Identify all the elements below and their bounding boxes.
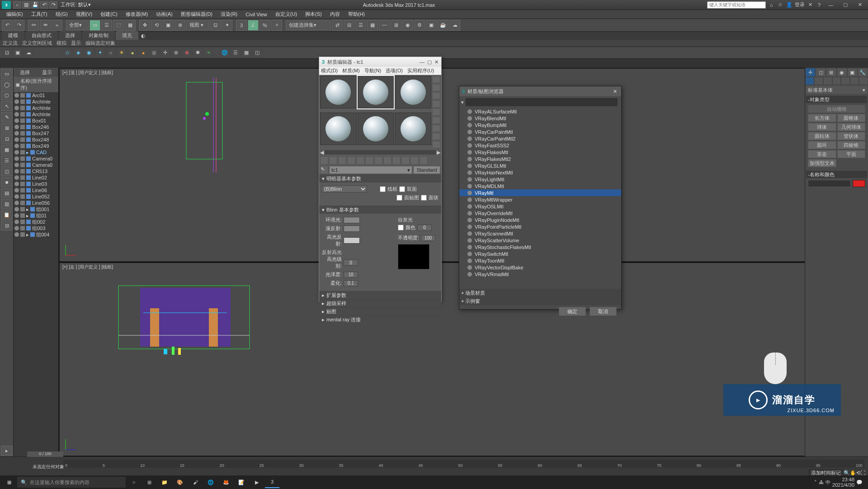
t2-18[interactable]: ◫ <box>252 48 262 58</box>
material-editor-window[interactable]: 3 材质编辑器 - tc1 — ▢ ✕ 模式(D) 材质(M) 导航(N) 选项… <box>319 56 442 302</box>
material-editor-titlebar[interactable]: 3 材质编辑器 - tc1 — ▢ ✕ <box>319 57 441 67</box>
cortana-icon[interactable]: ○ <box>127 476 141 488</box>
t2-1[interactable]: ◇ <box>62 48 72 58</box>
mtl-menu-nav[interactable]: 导航(N) <box>364 67 381 74</box>
facemap-checkbox[interactable] <box>396 195 402 201</box>
cloud-icon[interactable]: ☁ <box>24 48 33 58</box>
pivot-button[interactable]: ⊡ <box>210 20 221 31</box>
tab-freeform[interactable]: 自由形式 <box>25 31 58 40</box>
browser-item[interactable]: VRayScannedMtl <box>459 230 621 237</box>
browser-options-icon[interactable]: ▾ <box>461 99 464 105</box>
browser-item[interactable]: VRayCarPaintMtl2 <box>459 135 621 142</box>
browser-item[interactable]: VRayToonMtl <box>459 257 621 264</box>
scene-item[interactable]: ArchInte <box>14 99 58 105</box>
render-online-button[interactable]: ☁ <box>449 20 460 31</box>
menu-civil[interactable]: Civil View <box>242 11 270 18</box>
tab-selection[interactable]: 选择 <box>59 31 81 40</box>
material-slot[interactable] <box>320 113 357 145</box>
t2-11[interactable]: ⊛ <box>171 48 181 58</box>
browser-item[interactable]: VRayMtlWrapper <box>459 196 621 203</box>
snap-button[interactable]: 3 <box>236 20 247 31</box>
gloss-spinner[interactable]: 10 <box>344 272 358 278</box>
lt-i[interactable]: 📋 <box>1 210 13 220</box>
go-sibling-icon[interactable] <box>420 156 428 165</box>
browser-item[interactable]: VRaySwitchMtl <box>459 250 621 257</box>
scene-item[interactable]: Line056 <box>14 200 58 206</box>
primitive-button[interactable]: 圆柱体 <box>808 132 836 140</box>
lt-g[interactable]: ▤ <box>1 188 13 198</box>
lt-e[interactable]: ◫ <box>1 166 13 176</box>
browser-item[interactable]: VRayPluginNodeMtl <box>459 216 621 223</box>
autogrid-button[interactable]: 自动栅格 <box>808 105 865 113</box>
mtl-menu-mode[interactable]: 模式(D) <box>321 67 338 74</box>
scene-item[interactable]: ▸组004 <box>14 231 58 238</box>
mtl-menu-util[interactable]: 实用程序(U) <box>407 67 434 74</box>
lt-d[interactable]: ☰ <box>1 155 13 165</box>
specular-swatch[interactable] <box>344 237 360 244</box>
taskbar-search[interactable]: 🔍 在这里输入你要搜索的内容 <box>17 477 126 488</box>
display-tab-icon[interactable]: ▣ <box>847 68 858 77</box>
preview-icon[interactable] <box>432 117 440 124</box>
maximize-button[interactable]: ▢ <box>839 0 852 9</box>
scene-item[interactable]: 组002 <box>14 219 58 225</box>
rollout-name-color[interactable]: - 名称和颜色 <box>806 171 867 178</box>
3dsmax-taskbar-icon[interactable]: 3 <box>265 476 279 488</box>
material-slot[interactable] <box>358 113 394 145</box>
scene-item[interactable]: Box246 <box>14 124 58 130</box>
material-slot-selected[interactable] <box>358 76 394 108</box>
browser-item[interactable]: VRayVectorDisplBake <box>459 264 621 271</box>
assign-icon[interactable] <box>338 156 346 165</box>
spec-level-spinner[interactable]: 0 <box>344 259 358 266</box>
named-selection[interactable]: 创建选择集 ▾ <box>286 20 331 30</box>
scene-item[interactable]: Box01 <box>14 118 58 124</box>
scene-item[interactable]: Box248 <box>14 136 58 143</box>
menu-create[interactable]: 创建(C) <box>97 10 121 19</box>
primitive-button[interactable]: 管状体 <box>837 132 866 140</box>
menu-tools[interactable]: 工具(T) <box>28 10 51 19</box>
primitive-button[interactable]: 几何球体 <box>837 123 866 131</box>
redo-icon[interactable]: ↷ <box>49 1 57 9</box>
options-icon[interactable] <box>432 125 440 132</box>
select-by-mtl-icon[interactable] <box>432 133 440 140</box>
scene-item[interactable]: Line03 <box>14 181 58 187</box>
scene-item[interactable]: ▸组01 <box>14 212 58 219</box>
opacity-spinner[interactable]: 100 <box>421 235 435 241</box>
scene-tab-select[interactable]: 选择 <box>20 69 30 76</box>
cameras-icon[interactable] <box>832 77 841 85</box>
material-slot[interactable] <box>395 113 431 145</box>
lt-c[interactable]: ▦ <box>1 145 13 155</box>
t2-5[interactable]: ○ <box>106 48 116 58</box>
close-button[interactable]: ✕ <box>854 0 866 9</box>
reset-icon[interactable] <box>347 156 355 165</box>
tab-paint[interactable]: 对象绘制 <box>82 31 115 40</box>
manipulate-button[interactable]: ✦ <box>222 20 232 31</box>
app-icon-1[interactable]: 🎨 <box>173 476 187 488</box>
mtl-menu-material[interactable]: 材质(M) <box>342 67 360 74</box>
render-frame-button[interactable]: ▣ <box>426 20 437 31</box>
sample-uv-icon[interactable] <box>432 100 440 108</box>
put-to-scene-icon[interactable] <box>329 156 337 165</box>
rotate-button[interactable]: ⟲ <box>151 20 162 31</box>
sun-icon[interactable]: ☀ <box>117 48 127 58</box>
material-slot[interactable] <box>395 76 431 108</box>
select-name-button[interactable]: ☰ <box>101 20 112 31</box>
mtl-map-nav-icon[interactable] <box>432 141 440 148</box>
browser-group-scene[interactable]: + 场景材质 <box>459 289 621 297</box>
copy-icon[interactable] <box>356 156 364 165</box>
browser-item[interactable]: VRayFlakesMtl <box>459 149 621 155</box>
help-icon[interactable]: ? <box>816 1 823 9</box>
scene-item[interactable]: Camera0 <box>14 155 58 162</box>
browser-item[interactable]: VRayMtl <box>459 189 621 196</box>
scene-tab-display[interactable]: 显示 <box>42 69 52 76</box>
taskbar-clock[interactable]: 23:482021/4/30 <box>832 477 854 488</box>
sub-idle[interactable]: 定义空闲区域 <box>22 40 52 47</box>
diffuse-swatch[interactable] <box>344 226 360 232</box>
mirror-button[interactable]: ⇄ <box>332 20 343 31</box>
menu-edit[interactable]: 编辑(E) <box>3 10 27 19</box>
save-icon[interactable]: 💾 <box>31 1 39 9</box>
helpers-icon[interactable] <box>841 77 850 85</box>
create-tab-icon[interactable]: ✢ <box>805 68 816 77</box>
nav-maximize-icon[interactable]: ⛶ <box>860 470 865 475</box>
rollout-mentalray[interactable]: ▸ mental ray 连接 <box>319 316 441 324</box>
scene-item[interactable]: ▸组001 <box>14 206 58 212</box>
